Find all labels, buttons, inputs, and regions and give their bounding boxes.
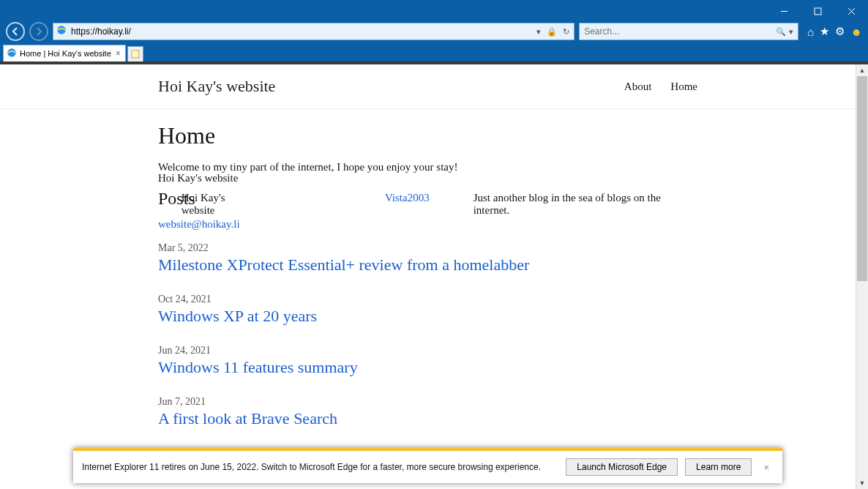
- address-search-wrap: ▾ 🔒 ↻ 🔍 ▾: [53, 23, 798, 40]
- dropdown-icon[interactable]: ▾: [535, 27, 542, 37]
- nav-about[interactable]: About: [624, 81, 652, 93]
- scrollbar[interactable]: ▲ ▼: [856, 64, 868, 489]
- tab-title: Home | Hoi Kay's website: [20, 49, 111, 58]
- overlap-title: Hoi Kay's website: [158, 172, 697, 184]
- tab-home[interactable]: Home | Hoi Kay's website ×: [3, 45, 126, 61]
- nav-home[interactable]: Home: [670, 81, 697, 93]
- post-date: Oct 24, 2021: [158, 294, 697, 305]
- info-row: Posts Posts Hoi Kay's website Vista2003 …: [158, 192, 697, 217]
- toolbar-right-icons: ⌂ ★ ⚙ ☻: [803, 25, 862, 38]
- scroll-down-icon[interactable]: ▼: [856, 477, 868, 489]
- tab-strip: Home | Hoi Kay's website ×: [0, 44, 868, 61]
- post-title[interactable]: Windows XP at 20 years: [158, 307, 697, 326]
- notification-close-icon[interactable]: ×: [759, 462, 774, 473]
- site-title: Hoi Kay's website: [158, 77, 275, 96]
- url-input[interactable]: [70, 26, 532, 37]
- launch-edge-button[interactable]: Launch Microsoft Edge: [566, 458, 678, 476]
- tab-close-icon[interactable]: ×: [114, 48, 122, 59]
- search-input[interactable]: [583, 26, 774, 37]
- lock-icon: 🔒: [545, 27, 558, 37]
- smiley-icon[interactable]: ☻: [850, 26, 862, 38]
- list-item: Oct 24, 2021 Windows XP at 20 years: [158, 294, 697, 326]
- contact-email[interactable]: website@hoikay.li: [158, 218, 697, 231]
- site-header: Hoi Kay's website About Home: [0, 64, 856, 109]
- notification-message: Internet Explorer 11 retires on June 15,…: [82, 462, 558, 472]
- list-item: Jun 7, 2021 A first look at Brave Search: [158, 396, 697, 428]
- post-title[interactable]: Milestone XProtect Essential+ review fro…: [158, 255, 697, 275]
- window: ▾ 🔒 ↻ 🔍 ▾ ⌂ ★ ⚙ ☻ Home | Hoi Kay's websi…: [0, 0, 868, 489]
- forward-button[interactable]: [29, 22, 48, 41]
- maximize-button[interactable]: [801, 0, 834, 22]
- scroll-thumb[interactable]: [857, 76, 867, 281]
- scroll-up-icon[interactable]: ▲: [856, 64, 868, 76]
- page-main: Home Welcome to my tiny part of the inte…: [0, 109, 856, 459]
- info-handle[interactable]: Vista2003: [385, 192, 430, 217]
- post-title[interactable]: Windows 11 features summary: [158, 358, 697, 377]
- search-bar[interactable]: 🔍 ▾: [579, 23, 798, 40]
- ie-favicon-icon: [56, 25, 67, 38]
- favorites-icon[interactable]: ★: [820, 25, 829, 38]
- posts-heading: Posts: [158, 189, 195, 209]
- info-tagline: Just another blog in the sea of blogs on…: [474, 192, 697, 217]
- svg-rect-1: [815, 8, 821, 15]
- address-bar[interactable]: ▾ 🔒 ↻: [53, 23, 575, 40]
- page: Hoi Kay's website About Home Home Welcom…: [0, 64, 856, 489]
- list-item: Jun 24, 2021 Windows 11 features summary: [158, 345, 697, 377]
- tab-favicon-icon: [7, 48, 17, 59]
- close-button[interactable]: [834, 0, 868, 22]
- notification-bar: Internet Explorer 11 retires on June 15,…: [73, 448, 782, 483]
- learn-more-button[interactable]: Learn more: [685, 458, 752, 476]
- post-date: Jun 24, 2021: [158, 345, 697, 357]
- search-dropdown-icon[interactable]: ▾: [787, 27, 795, 37]
- back-button[interactable]: [6, 22, 25, 41]
- titlebar: [0, 0, 868, 22]
- page-heading: Home: [158, 122, 697, 149]
- list-item: Mar 5, 2022 Milestone XProtect Essential…: [158, 242, 697, 275]
- post-date: Jun 7, 2021: [158, 396, 697, 408]
- search-icon[interactable]: 🔍: [774, 27, 787, 37]
- tools-icon[interactable]: ⚙: [835, 25, 845, 38]
- posts-list: Mar 5, 2022 Milestone XProtect Essential…: [158, 242, 697, 459]
- new-tab-button[interactable]: [127, 46, 143, 61]
- site-nav: About Home: [624, 81, 697, 93]
- home-icon[interactable]: ⌂: [807, 26, 814, 38]
- post-title[interactable]: A first look at Brave Search: [158, 409, 697, 428]
- toolbar: ▾ 🔒 ↻ 🔍 ▾ ⌂ ★ ⚙ ☻: [0, 22, 868, 44]
- minimize-button[interactable]: [767, 0, 801, 22]
- viewport: Hoi Kay's website About Home Home Welcom…: [0, 64, 868, 489]
- post-date: Mar 5, 2022: [158, 242, 697, 254]
- refresh-icon[interactable]: ↻: [561, 27, 571, 37]
